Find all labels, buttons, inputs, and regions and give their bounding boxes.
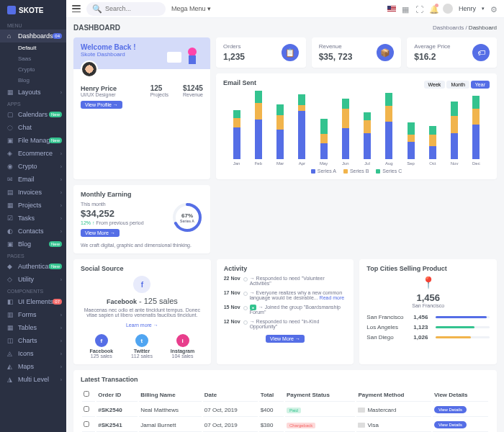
orders-icon: 📋 [282, 44, 299, 61]
select-all-checkbox[interactable] [84, 391, 89, 397]
nav-blog[interactable]: ▣BlogNew [0, 238, 66, 251]
projects-icon: ▦ [7, 202, 14, 209]
nav-ui-elements[interactable]: ◧UI Elements07 [0, 295, 66, 308]
nav-contacts[interactable]: ◐Contacts› [0, 225, 66, 238]
nav-invoices[interactable]: ▤Invoices› [0, 186, 66, 199]
search-input[interactable] [105, 5, 163, 12]
cart-icon: ◈ [7, 150, 14, 157]
nav-dashboards[interactable]: ⌂Dashboards04 [0, 30, 66, 42]
activity-read-more-link[interactable]: Read more [320, 295, 345, 300]
facebook-icon: f [133, 276, 150, 293]
page-title: DASHBOARD [73, 24, 120, 32]
nav-icons[interactable]: ◬Icons› [0, 347, 66, 360]
settings-icon[interactable]: ⚙ [490, 5, 498, 13]
period-week[interactable]: Week [424, 81, 446, 89]
nav-layouts[interactable]: ▦Layouts› [0, 86, 66, 99]
payment-card-icon [358, 423, 365, 428]
transaction-row: #SK2541Jamal Burnett07 Oct, 2019$380Char… [82, 418, 488, 432]
transaction-row: #SK2540Neal Matthews07 Oct, 2019$400Paid… [82, 403, 488, 417]
row-checkbox[interactable] [84, 406, 89, 412]
revenue-icon: 📦 [377, 44, 394, 61]
city-row: Los Angeles1,123 [366, 324, 490, 330]
search-box[interactable]: 🔍 [86, 2, 166, 16]
period-month[interactable]: Month [446, 81, 469, 89]
nav-ecommerce[interactable]: ◈Ecommerce› [0, 147, 66, 160]
mega-menu-button[interactable]: Mega Menu ▾ [171, 5, 211, 12]
apps-icon[interactable]: ▦ [402, 5, 410, 13]
nav-charts[interactable]: ◫Charts› [0, 334, 66, 347]
chat-icon: ◌ [7, 124, 14, 131]
folder-icon: ▣ [7, 137, 14, 144]
sidebar: SKOTE MENU ⌂Dashboards04 Default Saas Cr… [0, 0, 66, 432]
nav-tasks[interactable]: ☑Tasks› [0, 212, 66, 225]
logo[interactable]: SKOTE [0, 0, 66, 20]
email-chart: JanFebMarAprMayJunJulAugSepOctNovDec [223, 94, 490, 166]
city-row: San Francisco1,456 [366, 314, 490, 320]
social-item: iInstagram104 sales [171, 334, 194, 359]
earning-view-more-button[interactable]: View More → [81, 229, 120, 237]
notification-icon[interactable]: 🔔 [429, 5, 437, 13]
view-details-button[interactable]: View Details [434, 406, 467, 413]
topbar: 🔍 Mega Menu ▾ ▦ ⛶ 🔔 Henry▾ ⚙ [66, 0, 504, 18]
nav-section-apps: APPS [0, 99, 66, 108]
view-profile-button[interactable]: View Profile → [81, 101, 122, 109]
nav-maps[interactable]: ◭Maps› [0, 360, 66, 373]
earning-radial-chart: 67%Series A [171, 202, 203, 233]
layout-icon: ▦ [7, 89, 14, 96]
transactions-card: Latest Transaction Order ID Billing Name… [73, 370, 497, 432]
nav-sub-blog[interactable]: Blog [0, 75, 66, 86]
nav-email[interactable]: ✉Email› [0, 173, 66, 186]
user-name[interactable]: Henry [459, 5, 476, 12]
ui-icon: ◧ [7, 298, 14, 305]
auth-icon: ◆ [7, 263, 14, 270]
social-item: fFacebook125 sales [89, 334, 113, 359]
nav-crypto[interactable]: ◉Crypto› [0, 160, 66, 173]
forms-icon: ▥ [7, 311, 14, 318]
language-flag[interactable] [387, 6, 396, 12]
profile-name: Henry Price [81, 85, 117, 92]
row-checkbox[interactable] [84, 421, 89, 427]
user-avatar[interactable] [443, 4, 453, 14]
svg-rect-2 [189, 55, 196, 64]
social-item: tTwitter112 sales [131, 334, 153, 359]
nav-authentication[interactable]: ◆AuthenticationNew [0, 260, 66, 273]
crypto-icon: ◉ [7, 163, 14, 170]
nav-tables[interactable]: ▦Tables› [0, 321, 66, 334]
icons-icon: ◬ [7, 350, 14, 357]
social-platform-icon: i [176, 334, 189, 347]
activity-item: 15 Nov●→ Joined the group "Boardsmanship… [224, 305, 347, 315]
nav-calendars[interactable]: ▢CalendarsNew [0, 108, 66, 121]
nav-projects[interactable]: ▦Projects› [0, 199, 66, 212]
mail-icon: ✉ [7, 176, 14, 183]
monthly-earning-card: Monthly Earning This month $34,252 12% ↑… [73, 185, 210, 253]
activity-view-more-button[interactable]: View More → [266, 335, 305, 343]
breadcrumb: Dashboards / Dashboard [433, 24, 497, 31]
social-platform-icon: t [135, 334, 148, 347]
period-year[interactable]: Year [471, 81, 490, 89]
nav-utility[interactable]: ◇Utility› [0, 273, 66, 286]
social-learn-more-link[interactable]: Learn more → [126, 323, 158, 328]
top-cities-card: Top Cities Selling Product 📍 1,456 San F… [359, 259, 497, 364]
nav-sub-saas[interactable]: Saas [0, 53, 66, 64]
nav-section-pages: PAGES [0, 251, 66, 260]
nav-section-components: COMPONENTS [0, 286, 66, 295]
menu-toggle-button[interactable] [72, 5, 81, 12]
view-details-button[interactable]: View Details [434, 421, 467, 428]
nav-section-menu: MENU [0, 20, 66, 30]
payment-card-icon [358, 408, 365, 413]
activity-item: 22 Nov→ Responded to need "Volunteer Act… [224, 276, 347, 286]
location-icon: 📍 [366, 276, 490, 289]
nav-sub-default[interactable]: Default [0, 42, 66, 53]
nav-sub-crypto[interactable]: Crypto [0, 64, 66, 75]
invoice-icon: ▤ [7, 189, 14, 196]
nav-file-manager[interactable]: ▣File ManagerNew [0, 134, 66, 147]
city-row: San Diego1,026 [366, 334, 490, 341]
nav-multi-level[interactable]: ◮Multi Level› [0, 373, 66, 386]
social-platform-icon: f [95, 334, 108, 347]
fullscreen-icon[interactable]: ⛶ [415, 5, 423, 13]
nav-chat[interactable]: ◌Chat [0, 121, 66, 134]
home-icon: ⌂ [7, 32, 14, 40]
activity-item: 12 Nov→ Responded to need "In-Kind Oppor… [224, 319, 347, 329]
nav-forms[interactable]: ▥Forms› [0, 308, 66, 321]
profile-avatar [81, 60, 98, 78]
